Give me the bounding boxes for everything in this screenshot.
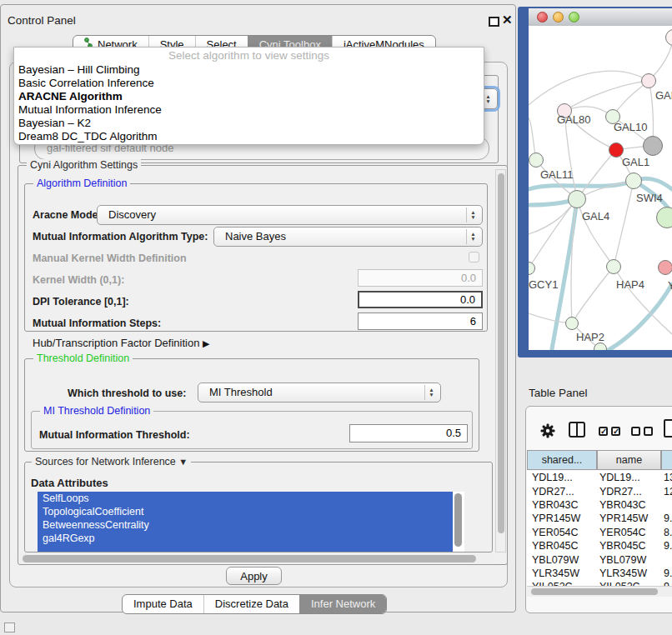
table-horizontal-scrollbar[interactable] bbox=[527, 586, 672, 597]
network-node[interactable] bbox=[606, 259, 621, 274]
table-cell: YER054C bbox=[527, 527, 597, 538]
tab-discretize-data[interactable]: Discretize Data bbox=[203, 595, 299, 613]
network-node[interactable] bbox=[665, 29, 672, 46]
which-threshold-combo[interactable]: MI Threshold ▲▼ bbox=[198, 382, 441, 402]
gear-icon[interactable] bbox=[540, 423, 555, 442]
group-title: Cyni Algorithm Settings bbox=[27, 159, 141, 171]
checked-checkbox-icon[interactable]: ✓ bbox=[611, 427, 620, 436]
table-cell: YLR345W bbox=[527, 568, 597, 579]
aracne-mode-label: Aracne Mode: bbox=[33, 209, 102, 221]
network-canvas[interactable]: GALGAL80GAL10GAL1SWI4GAL11GAL4GCY1HAP4YH… bbox=[529, 26, 672, 350]
checked-checkbox-icon[interactable]: ✓ bbox=[599, 427, 608, 436]
combo-value: Naive Bayes bbox=[214, 228, 482, 246]
group-title[interactable]: Sources for Network Inference ▼ bbox=[32, 456, 191, 468]
minimize-traffic-light[interactable] bbox=[553, 12, 564, 22]
hub-tf-definition-toggle[interactable]: Hub/Transcription Factor Definition ▶ bbox=[33, 337, 209, 349]
network-node-label: GAL4 bbox=[582, 210, 609, 222]
algorithm-option[interactable]: Dream8 DC_TDC Algorithm bbox=[14, 130, 484, 143]
network-node-label: Y bbox=[668, 279, 672, 292]
scrollbar-thumb[interactable] bbox=[498, 173, 504, 533]
network-node[interactable] bbox=[565, 317, 579, 330]
mi-steps-field[interactable]: 6 bbox=[358, 312, 483, 330]
combo-value: MI Threshold bbox=[198, 383, 440, 402]
table-row[interactable]: YBR043CYBR043C bbox=[527, 498, 672, 512]
algorithm-option[interactable]: Bayesian – K2 bbox=[14, 117, 484, 130]
mi-type-combo[interactable]: Naive Bayes ▲▼ bbox=[213, 227, 483, 247]
tab-impute-data[interactable]: Impute Data bbox=[123, 595, 203, 613]
table-row[interactable]: YIL052CYIL052C9. bbox=[527, 580, 672, 586]
network-node[interactable] bbox=[643, 136, 663, 156]
manual-kernel-label: Manual Kernel Width Definition bbox=[33, 252, 187, 264]
table-row[interactable]: YDR27...YDR27...12 bbox=[527, 484, 672, 498]
mi-threshold-label: Mutual Information Threshold: bbox=[39, 429, 190, 441]
aracne-mode-combo[interactable]: Discovery ▲▼ bbox=[97, 205, 483, 225]
column-header-shared[interactable]: shared... bbox=[527, 450, 597, 470]
unchecked-checkbox-icon[interactable] bbox=[644, 427, 653, 436]
dpi-tolerance-field[interactable]: 0.0 bbox=[358, 291, 483, 308]
network-node[interactable] bbox=[529, 262, 535, 275]
close-traffic-light[interactable] bbox=[537, 12, 548, 22]
table-row[interactable]: YER054CYER054C8. bbox=[527, 526, 672, 539]
kernel-width-field[interactable]: 0.0 bbox=[358, 269, 483, 287]
split-columns-icon[interactable] bbox=[569, 422, 585, 438]
table-cell: YBR045C bbox=[597, 540, 661, 552]
table-cell: 12 bbox=[661, 486, 672, 498]
data-attribute-item[interactable]: BetweennessCentrality bbox=[38, 518, 453, 532]
table-row[interactable]: YDL19...YDL19...13 bbox=[527, 471, 672, 484]
network-node-label: SWI4 bbox=[636, 192, 663, 204]
tab-infer-network[interactable]: Infer Network bbox=[299, 595, 386, 613]
table-cell: YLR345W bbox=[597, 568, 661, 579]
network-node[interactable] bbox=[656, 207, 672, 228]
network-node[interactable] bbox=[658, 260, 672, 275]
network-node-label: GCY1 bbox=[529, 278, 558, 291]
manual-kernel-checkbox[interactable] bbox=[469, 252, 479, 262]
table-cell: YBL079W bbox=[597, 554, 661, 566]
data-attributes-selection: SelfLoopsTopologicalCoefficientBetweenne… bbox=[38, 492, 453, 552]
network-node[interactable] bbox=[641, 73, 656, 88]
data-attribute-item[interactable]: TopologicalCoefficient bbox=[38, 505, 453, 518]
algorithm-option[interactable]: Basic Correlation Inference bbox=[14, 77, 484, 90]
network-node-label: GAL bbox=[655, 89, 672, 102]
scrollbar-thumb[interactable] bbox=[23, 555, 476, 562]
table-row[interactable]: YBL079WYBL079W bbox=[527, 552, 672, 566]
minimized-panel-icon[interactable] bbox=[4, 622, 15, 632]
unchecked-checkbox-icon[interactable] bbox=[631, 427, 640, 436]
close-icon[interactable]: ✕ bbox=[502, 12, 513, 28]
settings-horizontal-scrollbar[interactable] bbox=[19, 553, 494, 563]
list-scrollbar-thumb[interactable] bbox=[454, 493, 462, 547]
settings-vertical-scrollbar[interactable] bbox=[495, 169, 506, 552]
data-attribute-item[interactable]: gal4RGexp bbox=[38, 532, 453, 545]
network-node[interactable] bbox=[625, 172, 642, 189]
collapse-down-icon: ▼ bbox=[178, 457, 188, 467]
network-node[interactable] bbox=[594, 342, 607, 350]
table-cell: YPR145W bbox=[597, 512, 661, 524]
expand-right-icon: ▶ bbox=[203, 338, 209, 348]
mi-threshold-field[interactable]: 0.5 bbox=[349, 424, 468, 442]
combo-value: Discovery bbox=[98, 206, 482, 224]
kernel-width-label: Kernel Width (0,1): bbox=[33, 274, 124, 286]
network-node[interactable] bbox=[568, 190, 586, 208]
apply-button[interactable]: Apply bbox=[226, 567, 282, 585]
zoom-traffic-light[interactable] bbox=[569, 12, 579, 22]
table-row[interactable]: YBR045CYBR045C9. bbox=[527, 539, 672, 552]
table-cell: YDL19... bbox=[597, 472, 661, 483]
table-row[interactable]: YPR145WYPR145W9. bbox=[527, 512, 672, 525]
scrollbar-thumb[interactable] bbox=[531, 588, 658, 595]
page-icon[interactable] bbox=[664, 419, 672, 438]
data-attribute-item[interactable]: SelfLoops bbox=[38, 492, 453, 505]
mi-type-label: Mutual Information Algorithm Type: bbox=[33, 231, 208, 242]
column-header-name[interactable]: name bbox=[597, 450, 661, 470]
algorithm-option[interactable]: Bayesian – Hill Climbing bbox=[14, 63, 484, 77]
network-node-label: GAL10 bbox=[614, 121, 647, 133]
network-window-titlebar[interactable] bbox=[529, 8, 672, 27]
float-window-icon[interactable] bbox=[489, 17, 499, 27]
stepper-icon: ▲▼ bbox=[466, 229, 479, 244]
table-row[interactable]: YLR345WYLR345W9. bbox=[527, 567, 672, 580]
network-node[interactable] bbox=[529, 152, 544, 168]
stepper-icon: ▲▼ bbox=[466, 208, 479, 222]
algorithm-option[interactable]: Mutual Information Inference bbox=[14, 103, 484, 117]
table-cell: YDR27... bbox=[597, 486, 661, 498]
algorithm-option[interactable]: ARACNE Algorithm bbox=[14, 90, 484, 103]
table-cell: YBL079W bbox=[527, 554, 597, 566]
column-header-partial[interactable] bbox=[661, 450, 672, 470]
